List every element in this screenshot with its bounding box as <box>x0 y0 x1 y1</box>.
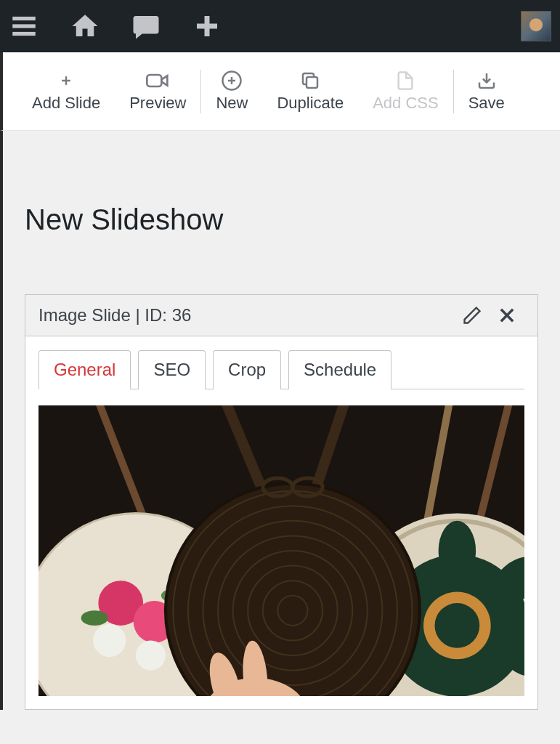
svg-point-32 <box>434 603 479 648</box>
menu-icon[interactable] <box>9 11 39 41</box>
tab-general[interactable]: General <box>38 350 131 389</box>
panel-body: General SEO Crop Schedule <box>25 336 537 709</box>
circle-plus-icon <box>221 69 243 92</box>
camera-icon <box>146 69 169 92</box>
add-slide-label: Add Slide <box>32 94 100 113</box>
preview-label: Preview <box>129 94 186 113</box>
tabs: General SEO Crop Schedule <box>38 349 524 389</box>
tab-crop[interactable]: Crop <box>213 350 281 389</box>
preview-button[interactable]: Preview <box>115 69 200 113</box>
tab-schedule[interactable]: Schedule <box>288 350 391 389</box>
file-css-icon <box>395 69 415 92</box>
svg-point-25 <box>136 641 166 671</box>
home-icon[interactable] <box>70 11 100 41</box>
user-avatar[interactable] <box>521 11 551 41</box>
add-slide-button[interactable]: Add Slide <box>17 69 115 113</box>
save-label: Save <box>468 94 505 113</box>
page-title: New Slideshow <box>25 203 538 236</box>
main-content: New Slideshow Image Slide | ID: 36 Gener… <box>0 131 560 710</box>
close-icon[interactable] <box>490 305 524 326</box>
panel-header-label: Image Slide | ID: 36 <box>38 305 191 326</box>
svg-point-26 <box>81 610 108 626</box>
add-css-label: Add CSS <box>373 94 439 113</box>
svg-point-24 <box>93 624 126 657</box>
plus-small-icon <box>59 69 73 92</box>
svg-point-33 <box>439 521 476 581</box>
tab-seo[interactable]: SEO <box>138 350 206 389</box>
duplicate-label: Duplicate <box>277 94 344 113</box>
add-css-button[interactable]: Add CSS <box>358 69 453 113</box>
edit-icon[interactable] <box>455 305 490 326</box>
admin-bar <box>0 0 560 52</box>
panel-header: Image Slide | ID: 36 <box>25 295 537 336</box>
save-button[interactable]: Save <box>454 69 519 113</box>
slide-panel: Image Slide | ID: 36 General SEO Crop Sc… <box>25 294 538 710</box>
svg-rect-7 <box>147 75 162 86</box>
new-button[interactable]: New <box>201 69 262 113</box>
download-icon <box>476 69 498 92</box>
slide-image-preview[interactable] <box>38 405 524 696</box>
comment-icon[interactable] <box>131 11 161 41</box>
svg-rect-11 <box>307 77 317 88</box>
new-label: New <box>216 94 248 113</box>
plus-icon[interactable] <box>192 11 222 41</box>
copy-icon <box>299 69 321 92</box>
editor-toolbar: Add Slide Preview New Duplicate Add CSS … <box>0 52 560 131</box>
duplicate-button[interactable]: Duplicate <box>262 69 358 113</box>
